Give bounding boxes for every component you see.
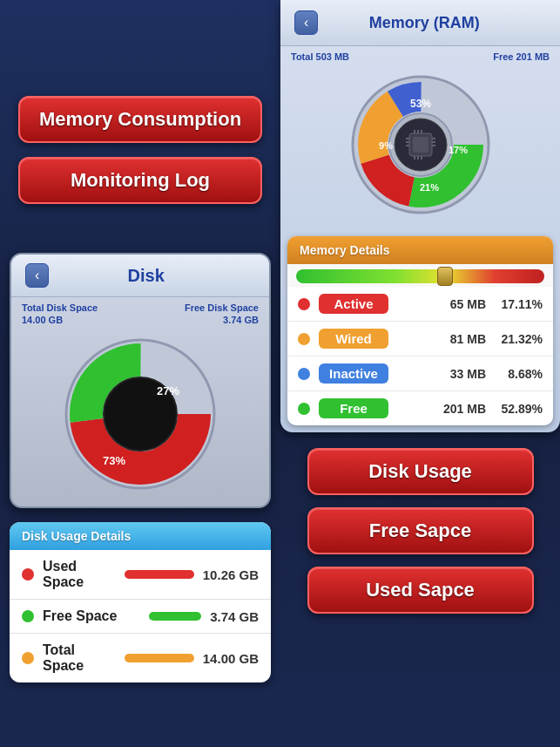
memory-details-header: Memory Details — [287, 236, 553, 264]
total-space-value: 14.00 GB — [203, 651, 259, 666]
svg-text:53%: 53% — [409, 98, 430, 110]
inactive-label: Inactive — [319, 363, 388, 384]
memory-back-button[interactable]: ‹ — [294, 10, 318, 35]
memory-info: Total 503 MB Free 201 MB — [280, 46, 560, 64]
active-label: Active — [319, 294, 388, 314]
inactive-mb: 33 MB — [395, 367, 495, 381]
used-space-bar — [125, 570, 194, 579]
disk-header: ‹ Disk — [11, 255, 269, 297]
wired-dot — [298, 333, 310, 345]
memory-title: Memory (RAM) — [328, 14, 520, 32]
memory-details-box: Memory Details Active 65 MB 17.11% Wired… — [287, 236, 553, 425]
active-mb: 65 MB — [395, 297, 495, 311]
inactive-dot — [298, 368, 310, 380]
svg-text:73%: 73% — [103, 454, 125, 467]
disk-title: Disk — [63, 266, 229, 286]
free-space-dot — [22, 610, 34, 622]
free-mb: 201 MB — [395, 402, 495, 416]
svg-text:17%: 17% — [448, 145, 467, 155]
active-pct: 17.11% — [495, 297, 543, 311]
svg-text:27%: 27% — [157, 384, 179, 397]
memory-bar-row — [287, 264, 553, 287]
mem-free-label: Free 201 MB — [493, 51, 550, 62]
memory-header: ‹ Memory (RAM) — [280, 0, 560, 46]
free-label: Free — [319, 398, 388, 418]
total-space-dot — [22, 652, 34, 664]
memory-free-row: Free 201 MB 52.89% — [287, 391, 553, 425]
free-space-bar — [149, 612, 201, 621]
wired-pct: 21.32% — [495, 332, 543, 346]
disk-total-space-row: Total Space 14.00 GB — [10, 634, 271, 682]
free-space-value: 3.74 GB — [210, 609, 259, 624]
memory-progress-bar — [296, 269, 544, 283]
disk-total-value: 14.00 GB — [22, 315, 63, 325]
disk-info: Total Disk Space Free Disk Space — [11, 297, 269, 315]
free-pct: 52.89% — [495, 402, 543, 416]
svg-rect-14 — [413, 137, 428, 153]
left-panel: Memory Consumption Monitoring Log ‹ Disk… — [0, 0, 280, 747]
disk-total-label: Total Disk Space — [22, 302, 98, 313]
disk-free-label: Free Disk Space — [185, 302, 259, 313]
disk-back-button[interactable]: ‹ — [25, 263, 49, 288]
free-dot — [298, 403, 310, 415]
memory-panel: ‹ Memory (RAM) Total 503 MB Free 201 MB — [280, 0, 560, 432]
active-dot — [298, 298, 310, 310]
memory-active-row: Active 65 MB 17.11% — [287, 287, 553, 322]
disk-details-header: Disk Usage Details — [10, 522, 271, 550]
disk-free-value: 3.74 GB — [223, 315, 259, 325]
free-space-button[interactable]: Free Sapce — [307, 507, 534, 554]
used-space-label: Used Space — [43, 559, 116, 590]
total-space-bar — [125, 654, 194, 662]
free-space-label: Free Space — [43, 608, 140, 624]
used-space-button[interactable]: Used Sapce — [307, 567, 534, 614]
right-buttons: Disk Usage Free Sapce Used Sapce — [280, 448, 560, 614]
memory-bar-thumb — [437, 267, 453, 286]
memory-chart-area: 53% 17% 21% 9% — [280, 64, 560, 229]
disk-chart-area: 73% 27% — [11, 327, 269, 506]
total-space-label: Total Space — [43, 642, 116, 674]
svg-text:9%: 9% — [379, 140, 393, 151]
memory-wired-row: Wired 81 MB 21.32% — [287, 322, 553, 357]
svg-text:21%: 21% — [419, 182, 438, 193]
right-panel: ‹ Memory (RAM) Total 503 MB Free 201 MB — [280, 0, 560, 747]
wired-mb: 81 MB — [395, 332, 495, 346]
used-space-value: 10.26 GB — [203, 567, 259, 582]
inactive-pct: 8.68% — [495, 367, 543, 381]
monitoring-log-button[interactable]: Monitoring Log — [18, 157, 262, 204]
used-space-dot — [22, 568, 34, 581]
disk-usage-button[interactable]: Disk Usage — [307, 448, 534, 495]
memory-donut-chart: 53% 17% 21% 9% — [347, 71, 495, 219]
memory-inactive-row: Inactive 33 MB 8.68% — [287, 357, 553, 391]
disk-usage-details: Disk Usage Details Used Space 10.26 GB F… — [10, 522, 271, 682]
mem-total-label: Total 503 MB — [291, 51, 349, 62]
memory-consumption-button[interactable]: Memory Consumption — [18, 96, 262, 143]
disk-used-space-row: Used Space 10.26 GB — [10, 550, 271, 600]
disk-free-space-row: Free Space 3.74 GB — [10, 600, 271, 634]
disk-donut-chart: 73% 27% — [62, 336, 219, 492]
disk-panel: ‹ Disk Total Disk Space Free Disk Space … — [10, 253, 271, 508]
wired-label: Wired — [319, 329, 388, 349]
